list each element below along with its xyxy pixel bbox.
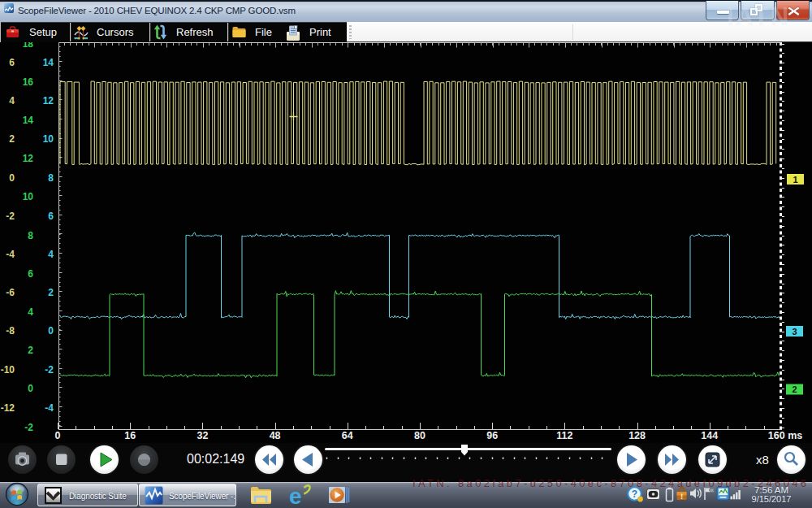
- svg-text:48: 48: [270, 430, 281, 441]
- svg-text:12: 12: [23, 153, 34, 164]
- svg-text:-8: -8: [6, 325, 15, 336]
- svg-text:2: 2: [48, 287, 54, 298]
- svg-text:160 ms: 160 ms: [768, 430, 802, 441]
- svg-text:80: 80: [414, 430, 425, 441]
- svg-text:-4: -4: [6, 249, 15, 260]
- svg-text:64: 64: [342, 430, 353, 441]
- svg-text:?: ?: [632, 488, 637, 500]
- svg-text:-2: -2: [24, 422, 33, 433]
- svg-text:-12: -12: [1, 402, 15, 414]
- svg-text:1: 1: [793, 175, 797, 185]
- svg-text:2: 2: [792, 384, 797, 394]
- svg-text:10: 10: [23, 191, 34, 202]
- svg-text:2: 2: [28, 345, 33, 356]
- svg-text:4: 4: [48, 249, 54, 260]
- svg-text:96: 96: [486, 430, 498, 441]
- svg-text:128: 128: [628, 430, 646, 441]
- svg-text:16: 16: [124, 430, 136, 441]
- svg-text:8: 8: [28, 230, 33, 241]
- svg-text:32: 32: [197, 430, 208, 441]
- svg-text:3: 3: [792, 327, 797, 336]
- svg-text:0: 0: [28, 383, 33, 394]
- svg-text:14: 14: [43, 57, 54, 68]
- svg-text:144: 144: [701, 430, 718, 441]
- svg-text:e: e: [289, 484, 302, 507]
- svg-text:6: 6: [28, 268, 33, 280]
- svg-text:-6: -6: [6, 287, 15, 298]
- svg-text:-2: -2: [6, 211, 15, 222]
- svg-text:16: 16: [23, 76, 34, 88]
- svg-text:10: 10: [43, 133, 54, 145]
- svg-text:6: 6: [9, 57, 15, 68]
- svg-text:4: 4: [9, 95, 15, 106]
- svg-text:-4: -4: [45, 402, 54, 414]
- svg-text:-10: -10: [1, 364, 15, 376]
- svg-text:14: 14: [23, 115, 34, 126]
- svg-text:6: 6: [48, 211, 54, 222]
- svg-text:0: 0: [9, 172, 15, 184]
- svg-text:112: 112: [556, 430, 572, 441]
- svg-text:12: 12: [43, 95, 54, 106]
- svg-text:8: 8: [48, 172, 54, 184]
- svg-text:0: 0: [55, 430, 61, 441]
- svg-text:2: 2: [9, 133, 15, 145]
- svg-text:0: 0: [48, 325, 54, 336]
- svg-text:-2: -2: [45, 364, 54, 376]
- svg-text:4: 4: [28, 306, 33, 318]
